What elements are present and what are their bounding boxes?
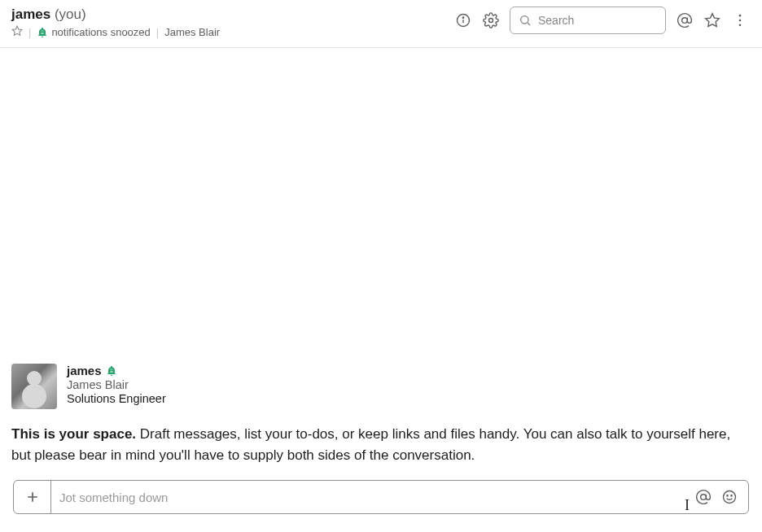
channel-header-left: james (you) | notifications snoozed | Ja… [11,7,220,39]
notifications-label: notifications snoozed [51,26,150,38]
mention-button[interactable] [694,488,712,506]
notifications-status[interactable]: notifications snoozed [37,26,150,38]
header-fullname[interactable]: James Blair [164,26,220,38]
svg-point-14 [701,495,707,500]
search-box[interactable] [510,7,666,34]
info-icon [455,12,471,28]
search-icon [519,14,532,27]
svg-marker-8 [706,14,720,27]
channel-header-right [454,7,749,34]
svg-marker-0 [12,27,22,36]
at-icon [677,12,693,28]
mentions-button[interactable] [676,11,694,29]
self-space-description: This is your space. Draft messages, list… [11,424,744,465]
settings-button[interactable] [482,11,500,29]
info-button[interactable] [454,11,472,29]
channel-title[interactable]: james (you) [11,7,220,23]
snooze-icon [106,365,117,377]
profile-username: james [67,364,102,377]
svg-point-16 [727,495,728,496]
at-icon [695,489,712,505]
message-input[interactable] [51,481,457,513]
svg-point-10 [739,20,742,22]
profile-username-row[interactable]: james [67,364,166,377]
plus-icon [24,489,41,505]
search-input[interactable] [538,14,657,27]
svg-line-6 [528,23,530,25]
attach-button[interactable] [14,481,51,513]
svg-point-7 [682,18,688,24]
separator: | [156,26,159,38]
channel-subheader: | notifications snoozed | James Blair [11,25,220,39]
star-button[interactable] [703,11,721,29]
profile-lines: james James Blair Solutions Engineer [67,364,166,405]
avatar[interactable] [11,364,57,409]
self-profile-block: james James Blair Solutions Engineer [11,364,751,409]
profile-role: Solutions Engineer [67,392,166,405]
profile-fullname: James Blair [67,378,166,391]
message-composer[interactable] [13,480,749,514]
svg-point-11 [739,24,742,27]
svg-point-17 [731,495,732,496]
svg-point-3 [462,17,463,18]
snooze-icon [37,27,48,38]
svg-point-9 [739,15,742,17]
smile-icon [721,489,738,505]
star-icon [704,12,720,28]
composer-icons [685,488,748,506]
star-channel-button[interactable] [11,25,23,39]
composer-wrap [0,480,762,532]
message-area: james James Blair Solutions Engineer Thi… [0,48,762,480]
emoji-button[interactable] [720,488,738,506]
more-vertical-icon [732,12,748,28]
svg-point-15 [724,491,736,504]
separator: | [28,26,31,38]
channel-header: james (you) | notifications snoozed | Ja… [0,0,762,48]
channel-name: james [11,7,50,22]
more-button[interactable] [731,11,749,29]
space-intro-bold: This is your space. [11,426,136,442]
svg-point-4 [489,19,493,23]
gear-icon [483,12,499,28]
channel-you-suffix: (you) [55,7,86,22]
svg-point-5 [521,16,528,24]
star-icon [11,25,23,37]
